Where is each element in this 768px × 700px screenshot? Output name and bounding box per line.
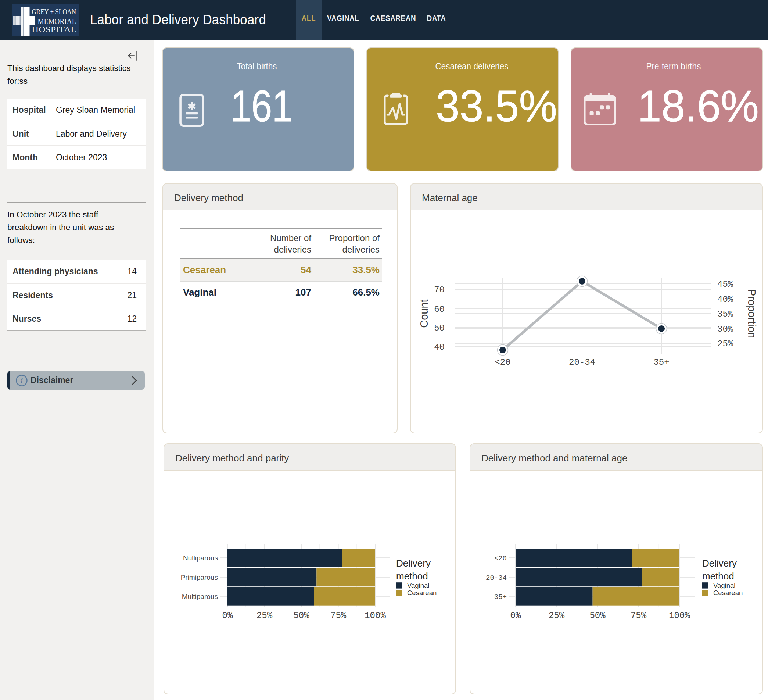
svg-text:30%: 30%: [717, 324, 733, 334]
svg-text:Vaginal: Vaginal: [407, 581, 429, 589]
svg-text:<20: <20: [494, 357, 510, 367]
svg-text:100%: 100%: [365, 611, 386, 621]
svg-text:35%: 35%: [717, 309, 733, 319]
svg-text:75%: 75%: [330, 611, 347, 621]
svg-text:Cesarean: Cesarean: [407, 589, 437, 597]
svg-text:Primiparous: Primiparous: [181, 573, 218, 581]
svg-text:60: 60: [434, 304, 445, 314]
svg-text:25%: 25%: [717, 339, 733, 349]
svg-text:i: i: [21, 376, 23, 385]
svg-text:75%: 75%: [630, 611, 647, 621]
svg-text:70: 70: [434, 285, 445, 295]
svg-text:Delivery: Delivery: [702, 558, 737, 569]
svg-text:Proportion: Proportion: [746, 289, 758, 338]
svg-text:Vaginal: Vaginal: [713, 581, 735, 589]
svg-text:Delivery: Delivery: [396, 558, 431, 569]
svg-text:method: method: [396, 570, 428, 581]
svg-text:40%: 40%: [717, 295, 733, 304]
svg-text:GREY + SLOAN: GREY + SLOAN: [32, 7, 77, 16]
svg-text:0%: 0%: [222, 611, 233, 621]
svg-text:50: 50: [434, 323, 445, 333]
svg-text:20-34: 20-34: [569, 357, 595, 367]
svg-text:Multiparous: Multiparous: [182, 593, 218, 601]
svg-text:25%: 25%: [256, 611, 273, 621]
svg-text:Cesarean: Cesarean: [713, 589, 742, 597]
svg-text:50%: 50%: [589, 611, 606, 621]
svg-text:MEMORIAL: MEMORIAL: [38, 17, 77, 26]
svg-text:35+: 35+: [494, 593, 507, 601]
svg-text:25%: 25%: [549, 611, 565, 621]
svg-text:50%: 50%: [293, 611, 309, 621]
svg-text:40: 40: [434, 342, 445, 352]
svg-text:45%: 45%: [717, 279, 733, 289]
svg-text:100%: 100%: [669, 611, 690, 621]
svg-text:Nulliparous: Nulliparous: [183, 554, 218, 562]
svg-text:Count: Count: [418, 299, 430, 328]
svg-text:35+: 35+: [653, 357, 669, 367]
svg-text:<20: <20: [494, 554, 507, 562]
svg-text:20-34: 20-34: [486, 574, 507, 582]
svg-text:method: method: [702, 570, 734, 581]
svg-text:HOSPITAL: HOSPITAL: [32, 26, 77, 34]
svg-text:0%: 0%: [510, 611, 521, 621]
